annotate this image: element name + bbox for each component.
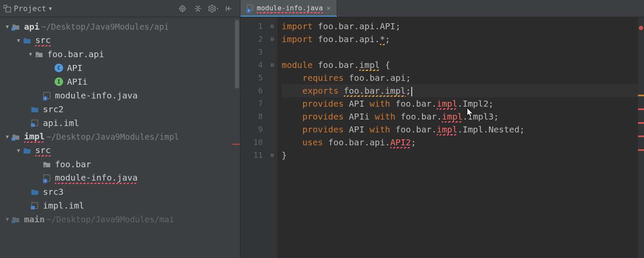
- source-folder-icon: [22, 36, 32, 45]
- code-line[interactable]: [282, 46, 644, 58]
- code-line[interactable]: }: [282, 149, 644, 162]
- source-folder-icon: [30, 104, 39, 114]
- collapse-all-icon[interactable]: [191, 2, 205, 15]
- fold-indicator[interactable]: [267, 123, 277, 136]
- tree-module-api[interactable]: api ~/Desktop/Java9Modules/api: [0, 20, 240, 34]
- close-tab-icon[interactable]: ✕: [326, 4, 331, 12]
- code-line[interactable]: module foo.bar.impl {: [282, 58, 644, 71]
- fold-indicator[interactable]: [267, 136, 277, 149]
- line-number: 6: [240, 84, 263, 97]
- code-line[interactable]: requires foo.bar.api;: [282, 71, 644, 84]
- interface-icon: I: [54, 77, 64, 86]
- code-editor[interactable]: 1234567891011 import foo.bar.api.API;imp…: [240, 17, 644, 258]
- tab-title: module-info.java: [257, 4, 323, 12]
- svg-rect-12: [12, 220, 15, 223]
- line-number: 4: [240, 58, 263, 71]
- fold-indicator[interactable]: [267, 33, 277, 46]
- tree-file-module-info-api[interactable]: J module-info.java: [0, 89, 240, 102]
- sidebar-scrollbar[interactable]: [234, 17, 240, 258]
- fold-indicator[interactable]: [267, 71, 277, 84]
- error-stripe[interactable]: [638, 17, 644, 258]
- top-toolbar: Project ▼ ▾ J module-info.java ✕: [0, 0, 644, 17]
- svg-rect-7: [31, 123, 35, 127]
- code-line[interactable]: provides API with foo.bar.impl.Impl.Nest…: [282, 123, 644, 136]
- stripe-mark[interactable]: [638, 149, 644, 151]
- tree-folder-src2[interactable]: src2: [0, 102, 240, 116]
- code-line[interactable]: uses foo.bar.api.API2;: [282, 136, 644, 149]
- line-number: 5: [240, 71, 263, 84]
- line-number: 2: [240, 33, 263, 46]
- tree-file-impl-iml[interactable]: impl.iml: [0, 199, 240, 212]
- stripe-mark[interactable]: [638, 135, 644, 137]
- line-number-gutter: 1234567891011: [240, 17, 267, 258]
- module-icon: [11, 215, 21, 224]
- module-icon: [11, 22, 21, 31]
- fold-indicator[interactable]: [267, 58, 277, 71]
- java-file-icon: J: [42, 91, 52, 100]
- iml-file-icon: [30, 118, 39, 128]
- code-line[interactable]: provides API with foo.bar.impl.Impl2;: [282, 97, 644, 110]
- stripe-mark[interactable]: [638, 122, 644, 124]
- package-icon: [34, 49, 44, 59]
- code-line[interactable]: exports foo.bar.impl;: [282, 84, 644, 97]
- tree-file-api-iml[interactable]: api.iml: [0, 116, 240, 130]
- svg-rect-11: [31, 206, 35, 209]
- line-number: 11: [240, 149, 263, 162]
- tab-module-info[interactable]: J module-info.java ✕: [240, 0, 337, 17]
- line-number: 8: [240, 110, 263, 123]
- line-number: 7: [240, 97, 263, 110]
- fold-indicator[interactable]: [267, 20, 277, 33]
- svg-point-5: [36, 55, 38, 57]
- java-file-icon: J: [42, 173, 52, 183]
- tree-folder-src3[interactable]: src3: [0, 185, 240, 199]
- fold-indicator[interactable]: [267, 110, 277, 123]
- svg-rect-1: [6, 7, 11, 12]
- fold-gutter[interactable]: [267, 17, 277, 258]
- error-mark: [232, 144, 240, 145]
- fold-indicator[interactable]: [267, 149, 277, 162]
- line-number: 3: [240, 46, 263, 58]
- overall-error-indicator[interactable]: [639, 26, 643, 30]
- tree-file-module-info-impl[interactable]: J module-info.java: [0, 171, 240, 185]
- code-line[interactable]: import foo.bar.api.*;: [282, 33, 644, 46]
- package-icon: [42, 160, 52, 169]
- tree-module-impl[interactable]: impl ~/Desktop/Java9Modules/impl: [0, 130, 240, 144]
- fold-indicator[interactable]: [267, 97, 277, 110]
- class-icon: C: [54, 63, 64, 73]
- project-view-icon: [3, 5, 11, 12]
- line-number: 1: [240, 20, 263, 33]
- project-tree: api ~/Desktop/Java9Modules/api src foo.b…: [0, 17, 240, 258]
- tree-package-foo-bar[interactable]: foo.bar: [0, 157, 240, 171]
- svg-point-9: [44, 165, 46, 167]
- scrollbar-thumb[interactable]: [235, 20, 239, 89]
- stripe-mark[interactable]: [638, 108, 644, 110]
- gear-icon[interactable]: ▾: [207, 2, 220, 15]
- tree-folder-src-impl[interactable]: src: [0, 144, 240, 157]
- code-line[interactable]: provides APIi with foo.bar.impl.Impl3;: [282, 110, 644, 123]
- stripe-mark[interactable]: [638, 95, 644, 96]
- tree-class-api[interactable]: C API: [0, 61, 240, 75]
- source-folder-icon: [30, 187, 39, 197]
- source-folder-icon: [22, 146, 32, 155]
- java-file-icon: J: [246, 4, 253, 11]
- svg-rect-4: [12, 28, 15, 31]
- module-icon: [11, 132, 21, 141]
- project-view-dropdown-icon[interactable]: ▼: [49, 6, 52, 12]
- fold-indicator[interactable]: [267, 84, 277, 97]
- hide-icon[interactable]: [222, 2, 236, 15]
- tree-folder-src[interactable]: src: [0, 34, 240, 47]
- fold-indicator[interactable]: [267, 46, 277, 58]
- tree-interface-apii[interactable]: I APIi: [0, 75, 240, 89]
- project-label[interactable]: Project: [14, 4, 46, 13]
- svg-point-2: [180, 6, 185, 11]
- mouse-cursor-icon: [466, 108, 474, 118]
- editor-tabs: J module-info.java ✕: [240, 0, 644, 17]
- project-toolwindow-header: Project ▼ ▾: [0, 0, 240, 17]
- tree-package-foo-bar-api[interactable]: foo.bar.api: [0, 47, 240, 61]
- line-number: 9: [240, 123, 263, 136]
- tree-module-main[interactable]: main ~/Desktop/Java9Modules/mai: [0, 212, 240, 226]
- line-number: 10: [240, 136, 263, 149]
- code-area[interactable]: import foo.bar.api.API;import foo.bar.ap…: [277, 17, 644, 258]
- target-icon[interactable]: [176, 2, 189, 15]
- code-line[interactable]: import foo.bar.api.API;: [282, 20, 644, 33]
